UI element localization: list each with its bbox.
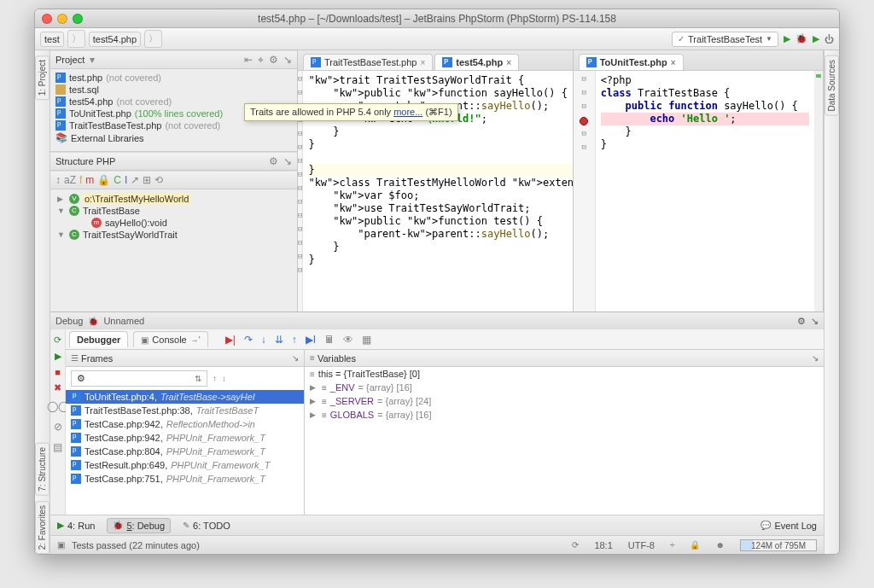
run-to-cursor-icon[interactable]: ▶I (304, 332, 318, 347)
editor-tab[interactable]: TraitTestBaseTest.php× (303, 54, 433, 70)
watch-icon[interactable]: 👁 (341, 332, 355, 347)
editor-tab[interactable]: ToUnitTest.php× (579, 54, 684, 70)
close-icon[interactable]: × (671, 58, 676, 67)
structure-item[interactable]: ▼CTraitTestBase (55, 205, 292, 217)
gutter-line[interactable]: ⊟ (298, 170, 302, 183)
hide-icon[interactable]: ↘ (812, 353, 819, 363)
gutter-line[interactable]: ⊟ (298, 156, 302, 169)
interface-icon[interactable]: I (125, 174, 127, 186)
stack-frame[interactable]: TestCase.php:751, PHPUnit_Framework_T (66, 472, 304, 486)
gutter-line[interactable]: ⊟ (574, 102, 595, 114)
close-icon[interactable] (42, 14, 52, 24)
stack-frame[interactable]: TestResult.php:649, PHPUnit_Framework_T (66, 458, 304, 472)
collapse-icon[interactable]: ⇤ (244, 54, 253, 66)
gutter-line[interactable] (574, 115, 595, 128)
evaluate-icon[interactable]: 🖩 (323, 332, 336, 347)
hide-icon[interactable]: ↘ (292, 353, 299, 363)
gutter-line[interactable]: ⊟ (298, 197, 302, 210)
structure-item[interactable]: ▼CTraitTestSayWorldTrait (55, 229, 292, 241)
stack-frame[interactable]: TestCase.php:942, ReflectionMethod->in (66, 417, 304, 431)
debug-icon[interactable]: 🐞 (795, 33, 807, 44)
show-exec-icon[interactable]: ▶| (224, 332, 237, 347)
gutter-line[interactable]: ⊟ (574, 74, 595, 87)
encoding[interactable]: UTF-8 (628, 540, 655, 550)
bg-tasks-icon[interactable]: ⟳ (572, 540, 579, 550)
lock-icon[interactable]: 🔒 (690, 540, 700, 550)
structure-item[interactable]: msayHello():void (55, 217, 292, 229)
show-methods-icon[interactable]: m (85, 174, 94, 186)
project-file-item[interactable]: 📚External Libraries (55, 132, 292, 143)
step-out-icon[interactable]: ↑ (290, 332, 299, 347)
breadcrumb-file[interactable]: test54.php (89, 32, 141, 47)
thread-combo[interactable]: ⚙ ⇅ (71, 370, 207, 387)
close-icon[interactable]: × (506, 58, 511, 67)
run-settings-icon[interactable]: ⏻ (824, 34, 834, 44)
zoom-icon[interactable] (73, 14, 83, 24)
breadcrumb-root[interactable]: test (40, 32, 64, 47)
gutter-line[interactable]: ⊟ (574, 129, 595, 142)
stop-icon[interactable]: ■ (55, 367, 61, 377)
gutter-line[interactable]: ⊟ (298, 252, 302, 265)
debugger-tab[interactable]: Debugger (69, 331, 128, 347)
todo-tool-tab[interactable]: ✎ 6: TODO (183, 521, 230, 531)
gutter-line[interactable]: ⊟ (298, 129, 302, 142)
stack-frame[interactable]: TestCase.php:804, PHPUnit_Framework_T (66, 445, 304, 458)
show-fields-icon[interactable]: f (79, 174, 82, 186)
gear-icon[interactable]: ⚙ (797, 316, 806, 327)
variable-this[interactable]: ≡ this = {TraitTestBase} [0] (305, 367, 824, 381)
hide-icon[interactable]: ↘ (283, 54, 292, 66)
chevron-down-icon[interactable]: ▾ (90, 54, 95, 66)
class-icon[interactable]: C (114, 174, 121, 186)
gutter-line[interactable]: ⊟ (298, 238, 302, 251)
gutter-line[interactable]: ⊟ (298, 74, 302, 87)
stack-frame[interactable]: ToUnitTest.php:4, TraitTestBase->sayHel (66, 390, 304, 404)
resume-icon[interactable]: ▶ (55, 351, 61, 362)
gutter-line[interactable]: ⊟ (298, 211, 302, 224)
gutter-line[interactable]: ⊟ (574, 88, 595, 101)
gutter-line[interactable]: ⊟ (298, 265, 302, 278)
code-right[interactable]: <?php class TraitTestBase { public funct… (596, 71, 814, 311)
frames-list[interactable]: ToUnitTest.php:4, TraitTestBase->sayHelT… (66, 390, 304, 515)
settings-icon[interactable]: ▦ (360, 332, 373, 347)
autoscroll-icon[interactable]: ⟲ (154, 174, 163, 186)
rerun-icon[interactable]: ⟳ (54, 335, 61, 346)
expand-icon[interactable]: ▼ (57, 207, 66, 215)
variable-row[interactable]: ▶≡ _SERVER = {array} [24] (305, 394, 824, 408)
gutter-right[interactable]: ⊟⊟⊟⊟⊟ (574, 71, 596, 311)
tooltip-more-link[interactable]: more... (393, 107, 422, 117)
event-log-tab[interactable]: 💬 Event Log (760, 521, 817, 531)
gutter-line[interactable]: ⊟ (298, 224, 302, 237)
breakpoint-icon[interactable] (580, 117, 588, 125)
gear-icon[interactable]: ⚙ (269, 54, 278, 66)
hide-icon[interactable]: ↘ (283, 155, 292, 167)
memory-indicator[interactable]: 124M of 795M (740, 539, 817, 551)
stop-all-icon[interactable]: ✖ (54, 382, 61, 393)
data-sources-tab[interactable]: Data Sources (824, 55, 839, 116)
expand-icon[interactable]: ▶ (310, 397, 318, 405)
vars-list[interactable]: ▶≡ _ENV = {array} [16]▶≡ _SERVER = {arra… (305, 381, 824, 422)
layout-icon[interactable]: ▤ (51, 440, 64, 455)
project-file-item[interactable]: test.php (not covered) (55, 73, 292, 83)
gear-icon[interactable]: ⚙ (269, 155, 278, 167)
target-icon[interactable]: ⌖ (258, 54, 264, 66)
favorites-tool-tab[interactable]: 2: Favorites (35, 501, 50, 554)
run-coverage-icon[interactable]: ▶ (813, 33, 819, 44)
expand-icon[interactable]: ▶ (310, 410, 318, 419)
gutter-line[interactable]: ⊟ (574, 143, 595, 155)
stack-frame[interactable]: TestCase.php:942, PHPUnit_Framework_T (66, 431, 304, 445)
lock-icon[interactable]: 🔒 (97, 174, 110, 186)
step-into-icon[interactable]: ↓ (259, 332, 268, 347)
minimize-icon[interactable] (57, 14, 67, 24)
gutter-line[interactable]: ⊟ (298, 143, 302, 155)
project-tool-tab[interactable]: 1: Project (35, 55, 50, 100)
prev-frame-icon[interactable]: ↑ (213, 374, 217, 383)
ok-marker-icon[interactable] (816, 74, 821, 78)
force-step-into-icon[interactable]: ⇊ (273, 332, 285, 347)
hector-icon[interactable]: ☻ (715, 540, 725, 550)
next-frame-icon[interactable]: ↓ (222, 374, 226, 383)
step-over-icon[interactable]: ↷ (242, 332, 254, 347)
variable-row[interactable]: ▶≡ _ENV = {array} [16] (305, 381, 824, 394)
project-file-item[interactable]: test.sql (55, 84, 292, 95)
sort-by-icon[interactable]: ↕ (55, 174, 61, 186)
hide-icon[interactable]: ↘ (811, 316, 819, 327)
